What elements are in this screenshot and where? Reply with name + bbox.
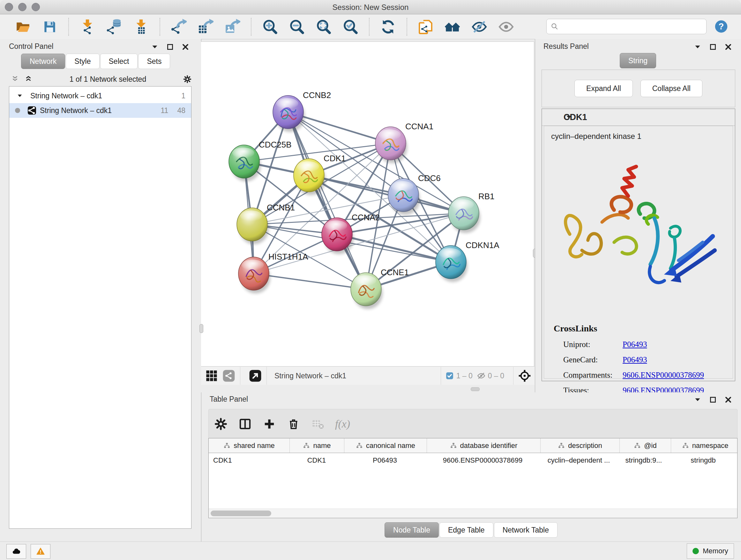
left-splitter-grip[interactable] (199, 324, 203, 333)
table-horizontal-scrollbar[interactable] (209, 509, 737, 518)
trash-button[interactable] (286, 417, 301, 431)
table-panel-title: Table Panel (210, 395, 248, 403)
tab-sets[interactable]: Sets (138, 54, 170, 69)
node-CDKN1A[interactable]: CDKN1A (435, 240, 499, 282)
expand-all-button[interactable]: Expand All (575, 80, 633, 97)
network-collection-row[interactable]: String Network – cdk1 1 (9, 88, 191, 103)
column-header-namespace[interactable]: namespace (671, 438, 738, 453)
table-row[interactable]: CDK1CDK1P064939606.ENSP00000378699cyclin… (209, 453, 737, 468)
hide-details-icon (471, 19, 487, 35)
network-graph[interactable]: CCNB2CCNA1CDC25BCDK1CDC6RB1CCNB1CCNA2CDK… (201, 42, 534, 367)
open-session-button[interactable] (14, 18, 32, 36)
export-network-button[interactable] (170, 18, 188, 36)
node-CCNB2[interactable]: CCNB2 (273, 90, 331, 132)
toolbar-separator (159, 18, 160, 36)
sort-icon (682, 442, 689, 449)
panel-menu-icon[interactable] (151, 43, 159, 51)
column-label: @id (644, 442, 657, 450)
node-label-CDC25B: CDC25B (259, 140, 292, 149)
expand-all-icon[interactable] (24, 75, 32, 83)
detach-view-button[interactable] (249, 369, 262, 382)
export-image-button[interactable] (223, 18, 241, 36)
show-details-button[interactable] (497, 18, 515, 36)
node-HIST1H1A[interactable]: HIST1H1A (239, 252, 308, 294)
section-collapse-icon[interactable] (542, 113, 550, 121)
node-RB1[interactable]: RB1 (448, 192, 495, 233)
panel-menu-icon[interactable] (693, 395, 702, 404)
hide-details-button[interactable] (470, 18, 488, 36)
tree-expand-icon[interactable] (16, 92, 23, 99)
edge-CCNE1-HIST1H1A[interactable] (254, 273, 366, 289)
network-canvas[interactable]: CCNB2CCNA1CDC25BCDK1CDC6RB1CCNB1CCNA2CDK… (201, 42, 534, 367)
column-header-database-identifier[interactable]: database identifier (427, 438, 541, 453)
splitter-grip[interactable] (471, 387, 480, 391)
tab-node-table[interactable]: Node Table (385, 522, 439, 538)
zoom-in-icon (262, 19, 278, 35)
memory-button[interactable]: Memory (687, 543, 734, 559)
node-CDC6[interactable]: CDC6 (388, 173, 441, 215)
node-CCNB1[interactable]: CCNB1 (237, 203, 295, 244)
column-header--id[interactable]: @id (620, 438, 671, 453)
column-header-shared-name[interactable]: shared name (209, 438, 290, 453)
cloud-button[interactable] (6, 544, 26, 559)
network-row-selected[interactable]: String Network – cdk1 11 48 (9, 103, 191, 118)
search-box[interactable] (546, 19, 706, 34)
crosslink-value[interactable]: P06493 (623, 340, 647, 349)
node-CDC25B[interactable]: CDC25B (229, 140, 292, 181)
table-body: CDK1CDK1P064939606.ENSP00000378699cyclin… (209, 453, 737, 468)
edge-CCNB2-CCNE1[interactable] (288, 112, 366, 289)
network-overview-button[interactable] (222, 369, 235, 382)
tab-string[interactable]: String (620, 53, 656, 68)
tab-style[interactable]: Style (66, 54, 99, 69)
panel-float-icon[interactable] (709, 395, 717, 404)
svg-text:?: ? (719, 21, 724, 31)
tab-network-table[interactable]: Network Table (494, 522, 557, 538)
tab-edge-table[interactable]: Edge Table (440, 522, 493, 538)
cdk1-section-header[interactable]: CDK1 (542, 109, 735, 126)
scrollbar-thumb[interactable] (211, 510, 271, 516)
zoom-out-button[interactable] (288, 18, 306, 36)
tab-network[interactable]: Network (21, 54, 65, 69)
zoom-in-button[interactable] (261, 18, 279, 36)
cloud-icon (12, 547, 20, 556)
crosslink-value[interactable]: 9606.ENSP00000378699 (623, 371, 704, 380)
panel-close-icon[interactable] (724, 395, 732, 404)
panel-float-icon[interactable] (709, 43, 717, 51)
birdseye-target-icon[interactable] (518, 369, 531, 382)
gear-button[interactable] (213, 417, 228, 431)
column-header-canonical-name[interactable]: canonical name (344, 438, 427, 453)
hidden-eye-slash-icon[interactable] (477, 372, 485, 380)
panel-float-icon[interactable] (166, 43, 174, 51)
horizontal-splitter[interactable] (201, 385, 535, 392)
zoom-fit-button[interactable] (315, 18, 333, 36)
columns-button[interactable] (238, 417, 253, 431)
crosslink-value[interactable]: P06493 (623, 355, 647, 364)
panel-menu-icon[interactable] (693, 43, 702, 51)
panel-close-icon[interactable] (181, 43, 190, 51)
tab-select[interactable]: Select (100, 54, 138, 69)
plus-button[interactable] (262, 417, 277, 431)
node-label-RB1: RB1 (478, 192, 495, 201)
collapse-all-icon[interactable] (11, 75, 19, 83)
collapse-all-button[interactable]: Collapse All (641, 80, 702, 97)
import-database-button[interactable] (105, 18, 123, 36)
column-header-name[interactable]: name (290, 438, 344, 453)
export-table-button[interactable] (197, 18, 214, 36)
title-bar: Session: New Session (0, 0, 741, 14)
sort-icon (558, 442, 565, 449)
zoom-selected-button[interactable] (341, 18, 359, 36)
grid-view-button[interactable] (205, 369, 218, 382)
warning-button[interactable] (30, 544, 51, 559)
column-header-description[interactable]: description (541, 438, 620, 453)
houses-button[interactable] (444, 18, 461, 36)
refresh-button[interactable] (379, 18, 397, 36)
selected-checkbox-icon[interactable] (446, 372, 454, 380)
search-input[interactable] (558, 22, 703, 31)
import-network-button[interactable] (78, 18, 96, 36)
save-session-button[interactable] (41, 18, 59, 36)
network-options-gear-icon[interactable] (183, 75, 192, 83)
network-from-selection-button[interactable] (417, 18, 434, 36)
import-table-button[interactable] (132, 18, 150, 36)
panel-close-icon[interactable] (724, 43, 732, 51)
help-button[interactable]: ? (714, 19, 728, 34)
